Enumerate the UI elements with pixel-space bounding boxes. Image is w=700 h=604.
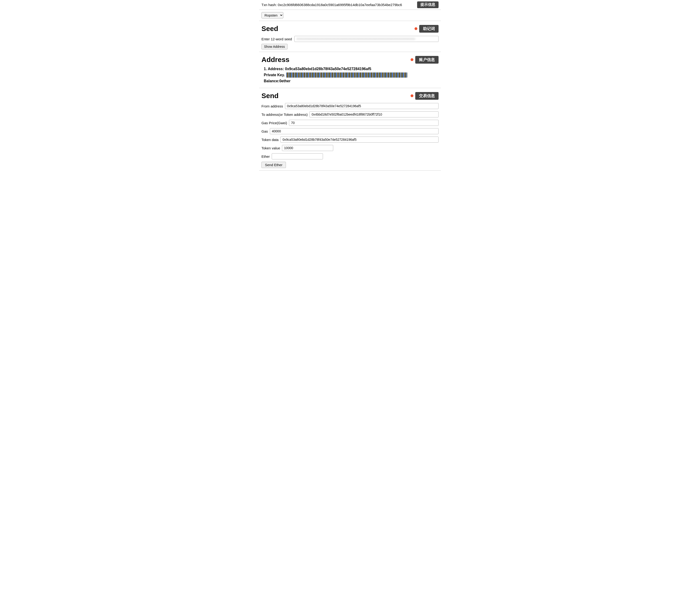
seed-section-header: Seed 助记词 [261, 25, 439, 33]
gas-row: Gas [261, 128, 439, 134]
token-data-row: Token data [261, 136, 439, 143]
address-section: Address 账户信息 1. Address: 0x9ca53a80ebd1d… [259, 52, 441, 88]
ether-label: Ether [261, 154, 270, 158]
from-address-label: From address [261, 104, 283, 108]
address-section-header: Address 账户信息 [261, 56, 439, 64]
to-address-input[interactable] [309, 111, 439, 118]
seed-enter-label: Enter 12-word seed [261, 37, 292, 41]
private-key-row: Private Key. [264, 73, 439, 78]
balance-row: Balance:0ether [264, 79, 439, 83]
gas-input[interactable] [270, 128, 439, 134]
address-item-number: 1. Address: 0x9ca53a80ebd1d28b78f43a50e7… [264, 67, 439, 71]
send-ether-button[interactable]: Send Ether [261, 162, 286, 168]
token-value-row: Token value [261, 145, 439, 151]
send-badge: 交易信息 [415, 92, 439, 100]
address-num: 1. [264, 67, 268, 71]
from-address-row: From address [261, 103, 439, 109]
gas-label: Gas [261, 129, 268, 133]
gas-price-label: Gas Price(Gwei) [261, 121, 287, 125]
address-section-title: Address [261, 56, 290, 64]
txn-hash-text: Txn hash: 0xc2c906fd6606388cda1918a0c590… [261, 3, 415, 7]
send-red-dot [410, 94, 414, 97]
seed-section-title: Seed [261, 25, 278, 33]
txn-hash-label: Txn hash: [261, 3, 277, 7]
address-badge-wrap: 账户信息 [410, 56, 439, 64]
token-data-input[interactable] [280, 136, 439, 143]
address-red-dot [410, 58, 414, 61]
txn-hash-value: 0xc2c906fd6606388cda1918a0c5901a6995f9b1… [278, 3, 402, 7]
send-form: From address To address(or Token address… [261, 103, 439, 168]
gas-price-input[interactable] [289, 120, 439, 126]
send-section: Send 交易信息 From address To address(or Tok… [259, 88, 441, 171]
ether-row: Ether [261, 153, 439, 159]
txn-hash-bar: Txn hash: 0xc2c906fd6606388cda1918a0c590… [259, 0, 441, 10]
show-address-button[interactable]: Show Address [261, 44, 288, 49]
balance-value: 0ether [279, 79, 291, 83]
seed-red-dot [415, 27, 417, 30]
token-data-label: Token data [261, 138, 278, 142]
send-section-header: Send 交易信息 [261, 92, 439, 100]
gas-price-row: Gas Price(Gwei) [261, 120, 439, 126]
seed-badge: 助记词 [419, 25, 439, 33]
seed-section: Seed 助记词 Enter 12-word seed Show Address [259, 21, 441, 52]
private-key-label: Private Key. [264, 73, 285, 77]
to-address-row: To address(or Token address) [261, 111, 439, 118]
token-value-label: Token value [261, 146, 280, 150]
send-badge-wrap: 交易信息 [410, 92, 439, 100]
from-address-input[interactable] [285, 103, 439, 109]
send-section-title: Send [261, 92, 278, 100]
address-label-text: Address: [268, 67, 284, 71]
seed-input[interactable] [294, 36, 439, 42]
network-select[interactable]: Ropsten Mainnet Kovan Rinkeby [261, 12, 283, 18]
txn-tooltip-badge: 提示信息 [417, 1, 439, 8]
network-row: Ropsten Mainnet Kovan Rinkeby [259, 10, 441, 21]
seed-badge-wrap: 助记词 [415, 25, 439, 33]
address-list: 1. Address: 0x9ca53a80ebd1d28b78f43a50e7… [261, 67, 439, 83]
private-key-value [286, 73, 407, 78]
token-value-input[interactable] [282, 145, 333, 151]
balance-label: Balance: [264, 79, 279, 83]
ether-input[interactable] [272, 153, 323, 159]
to-address-label: To address(or Token address) [261, 112, 307, 117]
address-badge: 账户信息 [415, 56, 439, 64]
address-item: 1. Address: 0x9ca53a80ebd1d28b78f43a50e7… [264, 67, 439, 83]
seed-input-row: Enter 12-word seed [261, 36, 439, 42]
address-value-text: 0x9ca53a80ebd1d28b78f43a50e74e527284196a… [285, 67, 371, 71]
